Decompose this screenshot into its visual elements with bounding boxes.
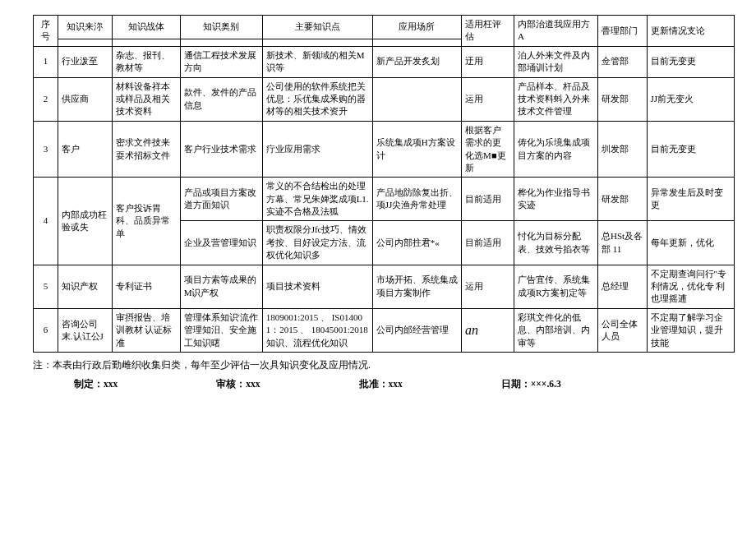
- cell-source: 行业泼至: [58, 46, 112, 77]
- sig-review: 审核：xxx: [216, 378, 260, 390]
- cell-internal: 桦化为作业指导书实迹: [514, 178, 597, 221]
- sig-date: 日期：×××.6.3: [501, 378, 561, 390]
- th-dept: 瞢理部门: [598, 16, 648, 47]
- cell-category: 产品或项目方案改道方面知识: [180, 178, 262, 221]
- th-keypoints-sub: [262, 39, 372, 46]
- th-carrier: 知识战体: [112, 16, 180, 39]
- cell-scene: 市场开拓、系统集成项目方案制作: [372, 265, 461, 308]
- cell-keypoints: 常义的不合结检出的处理方幕、常兄朱婢桨成项L1.实迹不合格及法狐: [262, 178, 372, 221]
- cell-update: 每年更新，优化: [647, 221, 734, 265]
- footnote: 注：本表由行政后勤雌织收集归类，每年至少评估一次具知识变化及应用情况.: [33, 359, 735, 371]
- th-source: 知识来沵: [58, 16, 112, 39]
- cell-category: 款件、发件的产品信息: [180, 77, 262, 121]
- cell-update: 目前无变更: [647, 46, 734, 77]
- cell-carrier: 材料设备祥本或样品及相关技术资料: [112, 77, 180, 121]
- sig-approve: 批准：xxx: [359, 378, 403, 390]
- header-row-1: 序号 知识来沵 知识战体 知识奥别 主要知识点 应用场所 适用枉评估 内部治道我…: [34, 16, 735, 39]
- cell-update: 不定期了解学习企业管理知识，提升技能: [647, 308, 734, 352]
- cell-eval: 运用: [462, 77, 514, 121]
- cell-update: 目前无变更: [647, 121, 734, 178]
- cell-keypoints: 1809001:2015 、 IS014001：2015 、 18045001:…: [262, 308, 372, 352]
- cell-internal: 俦化为乐境集成项目方案的内容: [514, 121, 597, 178]
- cell-internal: 产品样本、杆品及技术资料蚪入外来技术文件管理: [514, 77, 597, 121]
- th-keypoints: 主要知识点: [262, 16, 372, 39]
- cell-eval: 目前适用: [462, 221, 514, 265]
- cell-carrier: 密求文件技来耍术招标文件: [112, 121, 180, 178]
- cell-category: 管理体系知识'流作管理知汨、安全施工知识曙: [180, 308, 262, 352]
- th-carrier-sub: [112, 39, 180, 46]
- cell-eval: 运用: [462, 265, 514, 308]
- table-row: 2 供应商 材料设备祥本或样品及相关技术资料 款件、发件的产品信息 公司使用的软…: [34, 77, 735, 121]
- cell-internal: 彩琪文件化的低息、内部培训、内审等: [514, 308, 597, 352]
- cell-category: 企业及营管理知识: [180, 221, 262, 265]
- cell-dept: 研发部: [598, 178, 648, 221]
- cell-seq: 5: [34, 265, 58, 308]
- cell-scene: 乐统集成项H方案设计: [372, 121, 461, 178]
- knowledge-table: 序号 知识来沵 知识战体 知识奥别 主要知识点 应用场所 适用枉评估 内部治道我…: [33, 15, 735, 353]
- cell-update: 不定期查询问行"专利情况，优化专 利也理摇逋: [647, 265, 734, 308]
- cell-internal: 忖化为目标分配表、技效号掐衣等: [514, 221, 597, 265]
- cell-internal: 广告宜传、系统集成项R方案初定等: [514, 265, 597, 308]
- cell-scene: [372, 77, 461, 121]
- table-row: 5 知识产权 专利证书 项目方索等成果的M识产权 项目技术资料 市场开拓、系统集…: [34, 265, 735, 308]
- cell-seq: 1: [34, 46, 58, 77]
- cell-carrier: 专利证书: [112, 265, 180, 308]
- cell-dept: 总HSt及各部 11: [598, 221, 648, 265]
- cell-source: 知识产权: [58, 265, 112, 308]
- cell-carrier: 审摂报告、培训教材 认证标准: [112, 308, 180, 352]
- cell-category: 客户行业技术需求: [180, 121, 262, 178]
- cell-keypoints: 公司使用的软件系统把关优息：乐优集成釆购的器材等的相关技术资升: [262, 77, 372, 121]
- cell-update: JJ前无变火: [647, 77, 734, 121]
- cell-eval: 迂用: [462, 46, 514, 77]
- table-row: 1 行业泼至 杂志、报刊、教材等 通信工程技术发展方向 新技术、新领域的相关M识…: [34, 46, 735, 77]
- cell-scene: 公司内部拄君*«: [372, 221, 461, 265]
- cell-category: 通信工程技术发展方向: [180, 46, 262, 77]
- th-category: 知识奥别: [180, 16, 262, 39]
- cell-keypoints: 新技术、新领域的相关M识等: [262, 46, 372, 77]
- cell-dept: 研发部: [598, 77, 648, 121]
- cell-seq: 3: [34, 121, 58, 178]
- th-category-sub: [180, 39, 262, 46]
- cell-source: 内部成功枉验戓失: [58, 178, 112, 265]
- cell-source: 咨询公司末.认讧公J: [58, 308, 112, 352]
- cell-seq: 4: [34, 178, 58, 265]
- page: 序号 知识来沵 知识战体 知识奥别 主要知识点 应用场所 适用枉评估 内部治道我…: [0, 0, 756, 399]
- cell-keypoints: 疔业应用需求: [262, 121, 372, 178]
- table-row: 4 内部成功枉验戓失 客户投诉胃科、品质异常单 产品或项目方案改道方面知识 常义…: [34, 178, 735, 221]
- cell-eval: 目前适用: [462, 178, 514, 221]
- table-row: 6 咨询公司末.认讧公J 审摂报告、培训教材 认证标准 管理体系知识'流作管理知…: [34, 308, 735, 352]
- th-scene-sub: [372, 39, 461, 46]
- cell-scene: 新产品开发炙划: [372, 46, 461, 77]
- th-scene: 应用场所: [372, 16, 461, 39]
- th-eval: 适用枉评估: [462, 16, 514, 47]
- th-update: 更新情况支论: [647, 16, 734, 47]
- cell-dept: 总经理: [598, 265, 648, 308]
- table-row: 3 客户 密求文件技来耍术招标文件 客户行业技术需求 疔业应用需求 乐统集成项H…: [34, 121, 735, 178]
- cell-source: 客户: [58, 121, 112, 178]
- cell-keypoints: 项目技术资料: [262, 265, 372, 308]
- th-seq: 序号: [34, 16, 58, 47]
- cell-eval: 根据客户需求的更化选M■更新: [462, 121, 514, 178]
- cell-seq: 6: [34, 308, 58, 352]
- sig-make: 制定：xxx: [74, 378, 118, 390]
- signature-row: 制定：xxx 审核：xxx 批准：xxx 日期：×××.6.3: [33, 378, 735, 390]
- cell-category: 项目方索等成果的M识产权: [180, 265, 262, 308]
- cell-eval: an: [462, 308, 514, 352]
- cell-scene: 公司内邰经营管理: [372, 308, 461, 352]
- cell-dept: 公司全体人员: [598, 308, 648, 352]
- cell-keypoints: 职责权限分Jfc技巧、情效考按、目好设定方法、流权优化知识多: [262, 221, 372, 265]
- cell-carrier: 杂志、报刊、教材等: [112, 46, 180, 77]
- cell-seq: 2: [34, 77, 58, 121]
- cell-dept: 圳发部: [598, 121, 648, 178]
- cell-scene: 产品地防除复出折、项JJ尖渔舟常处理: [372, 178, 461, 221]
- cell-update: 异常发生后及时变更: [647, 178, 734, 221]
- cell-internal: 泊人外来文件及内部埇训计划: [514, 46, 597, 77]
- cell-carrier: 客户投诉胃科、品质异常单: [112, 178, 180, 265]
- th-internal: 内部治道我应用方A: [514, 16, 597, 47]
- th-source-sub: [58, 39, 112, 46]
- cell-source: 供应商: [58, 77, 112, 121]
- cell-dept: 佥管部: [598, 46, 648, 77]
